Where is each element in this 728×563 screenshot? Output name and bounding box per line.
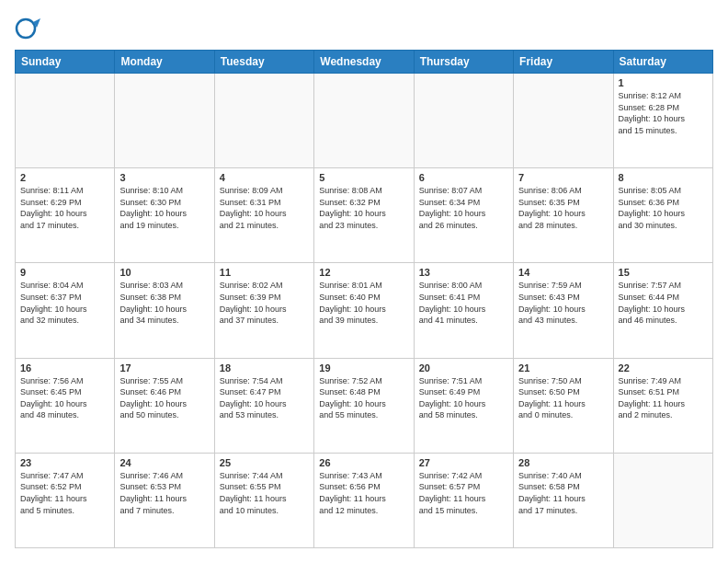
day-number: 1	[619, 77, 708, 88]
day-info: Sunrise: 7:42 AM Sunset: 6:57 PM Dayligh…	[419, 470, 508, 516]
day-info: Sunrise: 7:55 AM Sunset: 6:46 PM Dayligh…	[119, 375, 209, 421]
calendar-day-cell: 5Sunrise: 8:08 AM Sunset: 6:32 PM Daylig…	[314, 168, 414, 263]
calendar-day-cell: 3Sunrise: 8:10 AM Sunset: 6:30 PM Daylig…	[115, 168, 214, 263]
page: SundayMondayTuesdayWednesdayThursdayFrid…	[0, 0, 728, 563]
day-info: Sunrise: 8:12 AM Sunset: 6:28 PM Dayligh…	[619, 90, 708, 136]
calendar-day-cell: 27Sunrise: 7:42 AM Sunset: 6:57 PM Dayli…	[414, 453, 513, 547]
day-number: 27	[419, 457, 508, 468]
logo	[15, 15, 44, 42]
day-info: Sunrise: 7:49 AM Sunset: 6:51 PM Dayligh…	[619, 375, 708, 421]
day-number: 5	[319, 172, 408, 183]
day-number: 2	[20, 172, 109, 183]
day-number: 15	[619, 267, 708, 278]
calendar-day-cell: 8Sunrise: 8:05 AM Sunset: 6:36 PM Daylig…	[613, 168, 712, 263]
day-number: 9	[20, 267, 109, 278]
calendar-day-cell: 19Sunrise: 7:52 AM Sunset: 6:48 PM Dayli…	[314, 358, 414, 453]
calendar-day-cell: 23Sunrise: 7:47 AM Sunset: 6:52 PM Dayli…	[16, 453, 115, 547]
calendar-day-header: Tuesday	[214, 51, 313, 74]
header	[15, 15, 713, 42]
calendar-day-cell	[414, 74, 513, 168]
calendar-day-cell	[115, 74, 214, 168]
day-info: Sunrise: 7:59 AM Sunset: 6:43 PM Dayligh…	[518, 280, 608, 326]
day-number: 26	[319, 457, 408, 468]
calendar-week-row: 16Sunrise: 7:56 AM Sunset: 6:45 PM Dayli…	[16, 358, 713, 453]
calendar-table: SundayMondayTuesdayWednesdayThursdayFrid…	[15, 50, 713, 548]
calendar-day-header: Saturday	[613, 51, 712, 74]
calendar-day-cell: 14Sunrise: 7:59 AM Sunset: 6:43 PM Dayli…	[514, 263, 613, 358]
calendar-day-cell: 25Sunrise: 7:44 AM Sunset: 6:55 PM Dayli…	[214, 453, 313, 547]
calendar-day-cell: 15Sunrise: 7:57 AM Sunset: 6:44 PM Dayli…	[613, 263, 712, 358]
day-info: Sunrise: 8:06 AM Sunset: 6:35 PM Dayligh…	[518, 185, 608, 231]
day-number: 17	[119, 362, 209, 373]
day-number: 4	[220, 172, 309, 183]
day-number: 11	[220, 267, 309, 278]
day-info: Sunrise: 8:01 AM Sunset: 6:40 PM Dayligh…	[319, 280, 408, 326]
calendar-day-header: Wednesday	[314, 51, 414, 74]
svg-point-0	[17, 19, 35, 38]
day-number: 6	[419, 172, 508, 183]
day-number: 7	[518, 172, 608, 183]
day-info: Sunrise: 7:51 AM Sunset: 6:49 PM Dayligh…	[419, 375, 508, 421]
day-number: 28	[518, 457, 608, 468]
day-number: 8	[619, 172, 708, 183]
day-info: Sunrise: 7:56 AM Sunset: 6:45 PM Dayligh…	[20, 375, 109, 421]
calendar-day-cell: 16Sunrise: 7:56 AM Sunset: 6:45 PM Dayli…	[16, 358, 115, 453]
calendar-day-cell: 12Sunrise: 8:01 AM Sunset: 6:40 PM Dayli…	[314, 263, 414, 358]
calendar-day-cell	[16, 74, 115, 168]
day-info: Sunrise: 8:07 AM Sunset: 6:34 PM Dayligh…	[419, 185, 508, 231]
day-info: Sunrise: 8:08 AM Sunset: 6:32 PM Dayligh…	[319, 185, 408, 231]
calendar-day-header: Sunday	[16, 51, 115, 74]
day-info: Sunrise: 7:46 AM Sunset: 6:53 PM Dayligh…	[119, 470, 209, 516]
day-number: 25	[220, 457, 309, 468]
day-info: Sunrise: 8:00 AM Sunset: 6:41 PM Dayligh…	[419, 280, 508, 326]
calendar-day-cell: 10Sunrise: 8:03 AM Sunset: 6:38 PM Dayli…	[115, 263, 214, 358]
calendar-header-row: SundayMondayTuesdayWednesdayThursdayFrid…	[16, 51, 713, 74]
day-info: Sunrise: 7:40 AM Sunset: 6:58 PM Dayligh…	[518, 470, 608, 516]
calendar-day-header: Friday	[514, 51, 613, 74]
calendar-day-cell	[514, 74, 613, 168]
day-info: Sunrise: 7:43 AM Sunset: 6:56 PM Dayligh…	[319, 470, 408, 516]
day-info: Sunrise: 7:57 AM Sunset: 6:44 PM Dayligh…	[619, 280, 708, 326]
calendar-day-cell: 26Sunrise: 7:43 AM Sunset: 6:56 PM Dayli…	[314, 453, 414, 547]
calendar-week-row: 2Sunrise: 8:11 AM Sunset: 6:29 PM Daylig…	[16, 168, 713, 263]
day-number: 10	[119, 267, 209, 278]
calendar-week-row: 9Sunrise: 8:04 AM Sunset: 6:37 PM Daylig…	[16, 263, 713, 358]
day-number: 18	[220, 362, 309, 373]
calendar-day-cell: 21Sunrise: 7:50 AM Sunset: 6:50 PM Dayli…	[514, 358, 613, 453]
day-number: 23	[20, 457, 109, 468]
calendar-day-cell: 18Sunrise: 7:54 AM Sunset: 6:47 PM Dayli…	[214, 358, 313, 453]
calendar-day-cell: 7Sunrise: 8:06 AM Sunset: 6:35 PM Daylig…	[514, 168, 613, 263]
day-info: Sunrise: 7:52 AM Sunset: 6:48 PM Dayligh…	[319, 375, 408, 421]
calendar-week-row: 1Sunrise: 8:12 AM Sunset: 6:28 PM Daylig…	[16, 74, 713, 168]
day-number: 21	[518, 362, 608, 373]
calendar-day-cell	[314, 74, 414, 168]
day-number: 19	[319, 362, 408, 373]
day-number: 3	[119, 172, 209, 183]
calendar-day-cell: 28Sunrise: 7:40 AM Sunset: 6:58 PM Dayli…	[514, 453, 613, 547]
calendar-day-cell: 9Sunrise: 8:04 AM Sunset: 6:37 PM Daylig…	[16, 263, 115, 358]
logo-icon	[15, 15, 42, 42]
calendar-day-cell: 4Sunrise: 8:09 AM Sunset: 6:31 PM Daylig…	[214, 168, 313, 263]
calendar-day-cell	[214, 74, 313, 168]
day-info: Sunrise: 8:10 AM Sunset: 6:30 PM Dayligh…	[119, 185, 209, 231]
day-info: Sunrise: 8:03 AM Sunset: 6:38 PM Dayligh…	[119, 280, 209, 326]
day-number: 20	[419, 362, 508, 373]
day-info: Sunrise: 8:04 AM Sunset: 6:37 PM Dayligh…	[20, 280, 109, 326]
calendar-day-cell: 22Sunrise: 7:49 AM Sunset: 6:51 PM Dayli…	[613, 358, 712, 453]
day-number: 13	[419, 267, 508, 278]
day-info: Sunrise: 7:50 AM Sunset: 6:50 PM Dayligh…	[518, 375, 608, 421]
day-info: Sunrise: 8:09 AM Sunset: 6:31 PM Dayligh…	[220, 185, 309, 231]
day-number: 12	[319, 267, 408, 278]
calendar-day-cell: 6Sunrise: 8:07 AM Sunset: 6:34 PM Daylig…	[414, 168, 513, 263]
day-info: Sunrise: 7:47 AM Sunset: 6:52 PM Dayligh…	[20, 470, 109, 516]
calendar-day-cell	[613, 453, 712, 547]
calendar-day-cell: 11Sunrise: 8:02 AM Sunset: 6:39 PM Dayli…	[214, 263, 313, 358]
day-number: 22	[619, 362, 708, 373]
calendar-day-cell: 1Sunrise: 8:12 AM Sunset: 6:28 PM Daylig…	[613, 74, 712, 168]
day-info: Sunrise: 7:44 AM Sunset: 6:55 PM Dayligh…	[220, 470, 309, 516]
day-number: 14	[518, 267, 608, 278]
day-number: 24	[119, 457, 209, 468]
calendar-day-header: Thursday	[414, 51, 513, 74]
day-info: Sunrise: 8:11 AM Sunset: 6:29 PM Dayligh…	[20, 185, 109, 231]
calendar-day-cell: 2Sunrise: 8:11 AM Sunset: 6:29 PM Daylig…	[16, 168, 115, 263]
